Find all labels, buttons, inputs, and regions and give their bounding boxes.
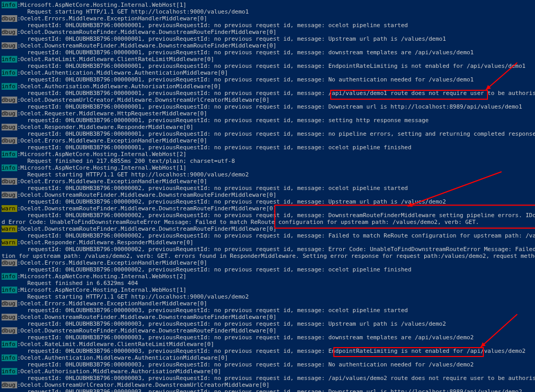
log-level-badge <box>2 144 17 151</box>
log-line: dbug:Ocelot.Responder.Middleware.Respond… <box>2 124 535 130</box>
log-line: tion for upstream path: /values/demo2, v… <box>2 253 535 259</box>
log-line: requestId: 0HLOUBHB3B796:00000001, previ… <box>2 63 535 69</box>
log-message: Ocelot.Authentication.Middleware.Authent… <box>20 354 535 361</box>
log-line: requestId: 0HLOUBHB3B796:00000001, previ… <box>2 49 535 56</box>
log-level-badge <box>2 232 17 239</box>
log-level-badge: dbug <box>2 15 17 22</box>
log-level-badge: dbug <box>2 259 17 266</box>
log-line: requestId: 0HLOUBHB3B796:00000002, previ… <box>2 246 535 253</box>
log-line: requestId: 0HLOUBHB3B796:00000001, previ… <box>2 22 535 29</box>
log-line: requestId: 0HLOUBHB3B796:00000001, previ… <box>2 103 535 110</box>
log-level-badge <box>2 280 17 287</box>
log-message: requestId: 0HLOUBHB3B796:00000003, previ… <box>20 388 535 392</box>
log-message: Ocelot.Errors.Middleware.ExceptionHandle… <box>20 15 535 22</box>
log-line: warn:Ocelot.Responder.Middleware.Respond… <box>2 239 535 246</box>
log-level-badge <box>2 388 17 392</box>
log-level-badge: info <box>2 164 17 171</box>
log-line: info:Microsoft.AspNetCore.Hosting.Intern… <box>2 2 535 8</box>
log-level-badge: info <box>2 56 17 63</box>
log-line: info:Microsoft.AspNetCore.Hosting.Intern… <box>2 151 535 158</box>
log-level-badge: dbug <box>2 192 17 198</box>
log-line: dbug:Ocelot.Errors.Middleware.ExceptionH… <box>2 178 535 185</box>
log-level-badge <box>2 320 17 327</box>
log-message: Ocelot.DownstreamRouteFinder.Middleware.… <box>20 205 535 212</box>
log-level-badge: info <box>2 69 17 76</box>
log-level-badge: dbug <box>2 42 17 49</box>
log-line: warn:Ocelot.DownstreamRouteFinder.Middle… <box>2 225 535 232</box>
log-line: info:Ocelot.RateLimit.Middleware.ClientR… <box>2 341 535 348</box>
log-level-badge <box>2 8 17 15</box>
log-message: Ocelot.DownstreamRouteFinder.Middleware.… <box>20 327 535 334</box>
log-message: requestId: 0HLOUBHB3B796:00000002, previ… <box>20 246 535 253</box>
log-message: Ocelot.Authentication.Middleware.Authent… <box>20 69 535 76</box>
log-message: requestId: 0HLOUBHB3B796:00000002, previ… <box>20 232 535 239</box>
log-message: requestId: 0HLOUBHB3B796:00000001, previ… <box>20 63 535 69</box>
log-message: requestId: 0HLOUBHB3B796:00000002, previ… <box>20 198 535 205</box>
log-level-badge <box>2 158 17 164</box>
log-message: Ocelot.DownstreamUrlCreator.Middleware.D… <box>20 382 535 388</box>
log-level-badge: info <box>2 83 17 90</box>
log-level-badge: dbug <box>2 300 17 307</box>
log-line: dbug:Ocelot.Errors.Middleware.ExceptionH… <box>2 300 535 307</box>
log-message: Microsoft.AspNetCore.Hosting.Internal.We… <box>20 2 535 8</box>
log-message: requestId: 0HLOUBHB3B796:00000003, previ… <box>20 334 535 341</box>
log-line: dbug:Ocelot.DownstreamUrlCreator.Middlew… <box>2 97 535 103</box>
console-log: info:Microsoft.AspNetCore.Hosting.Intern… <box>0 0 535 392</box>
log-message: Request finished in 6.6329ms 404 <box>20 280 535 287</box>
log-line: requestId: 0HLOUBHB3B796:00000002, previ… <box>2 198 535 205</box>
log-level-badge: dbug <box>2 124 17 130</box>
log-line: dbug:Ocelot.DownstreamRouteFinder.Middle… <box>2 42 535 49</box>
log-message: Ocelot.Errors.Middleware.ExceptionHandle… <box>20 300 535 307</box>
log-message: Ocelot.DownstreamRouteFinder.Middleware.… <box>20 314 535 320</box>
log-line: Request starting HTTP/1.1 GET http://loc… <box>2 293 535 300</box>
log-message: requestId: 0HLOUBHB3B796:00000003, previ… <box>20 375 535 382</box>
log-line: Request finished in 6.6329ms 404 <box>2 280 535 287</box>
log-line: warn:Ocelot.DownstreamRouteFinder.Middle… <box>2 205 535 212</box>
log-message: Microsoft.AspNetCore.Hosting.Internal.We… <box>20 287 535 293</box>
log-message: Ocelot.Errors.Middleware.ExceptionHandle… <box>20 178 535 185</box>
log-message: tion for upstream path: /values/demo2, v… <box>2 253 535 259</box>
log-message: Ocelot.Errors.Middleware.ExceptionHandle… <box>20 137 535 144</box>
log-line: info:Ocelot.Authentication.Middleware.Au… <box>2 69 535 76</box>
log-line: Request starting HTTP/1.1 GET http://loc… <box>2 171 535 178</box>
log-line: dbug:Ocelot.Errors.Middleware.ExceptionH… <box>2 137 535 144</box>
log-line: dbug:Ocelot.DownstreamUrlCreator.Middlew… <box>2 382 535 388</box>
log-level-badge <box>2 246 17 253</box>
log-message: Ocelot.Authorisation.Middleware.Authoris… <box>20 83 535 90</box>
log-message: requestId: 0HLOUBHB3B796:00000002, previ… <box>20 266 535 273</box>
log-message: requestId: 0HLOUBHB3B796:00000003, previ… <box>20 348 535 354</box>
log-message: Ocelot.Responder.Middleware.ResponderMid… <box>20 124 535 130</box>
log-message: requestId: 0HLOUBHB3B796:00000001, previ… <box>20 130 535 137</box>
log-message: requestId: 0HLOUBHB3B796:00000001, previ… <box>20 117 535 124</box>
log-line: Request starting HTTP/1.1 GET http://loc… <box>2 8 535 15</box>
log-line: dbug:Ocelot.Errors.Middleware.ExceptionH… <box>2 259 535 266</box>
log-line: info:Microsoft.AspNetCore.Hosting.Intern… <box>2 287 535 293</box>
log-message: Request starting HTTP/1.1 GET http://loc… <box>20 8 535 15</box>
log-level-badge <box>2 266 17 273</box>
log-line: requestId: 0HLOUBHB3B796:00000003, previ… <box>2 320 535 327</box>
log-line: requestId: 0HLOUBHB3B796:00000003, previ… <box>2 388 535 392</box>
log-message: Ocelot.RateLimit.Middleware.ClientRateLi… <box>20 56 535 63</box>
log-level-badge: info <box>2 151 17 158</box>
log-message: requestId: 0HLOUBHB3B796:00000003, previ… <box>20 320 535 327</box>
log-line: requestId: 0HLOUBHB3B796:00000001, previ… <box>2 90 535 97</box>
log-level-badge: info <box>2 2 17 8</box>
log-level-badge: dbug <box>2 327 17 334</box>
log-level-badge: dbug <box>2 137 17 144</box>
log-level-badge <box>2 76 17 83</box>
log-level-badge <box>2 90 17 97</box>
log-line: requestId: 0HLOUBHB3B796:00000001, previ… <box>2 130 535 137</box>
log-level-badge <box>2 293 17 300</box>
log-message: Request starting HTTP/1.1 GET http://loc… <box>20 293 535 300</box>
log-message: Ocelot.DownstreamRouteFinder.Middleware.… <box>20 42 535 49</box>
log-level-badge <box>2 103 17 110</box>
log-level-badge: warn <box>2 205 17 212</box>
log-line: requestId: 0HLOUBHB3B796:00000002, previ… <box>2 212 535 219</box>
log-level-badge <box>2 375 17 382</box>
log-level-badge <box>2 35 17 42</box>
log-level-badge: info <box>2 341 17 348</box>
log-message: requestId: 0HLOUBHB3B796:00000002, previ… <box>20 185 535 192</box>
log-message: requestId: 0HLOUBHB3B796:00000003, previ… <box>20 361 535 368</box>
log-line: info:Microsoft.AspNetCore.Hosting.Intern… <box>2 164 535 171</box>
log-line: requestId: 0HLOUBHB3B796:00000003, previ… <box>2 334 535 341</box>
